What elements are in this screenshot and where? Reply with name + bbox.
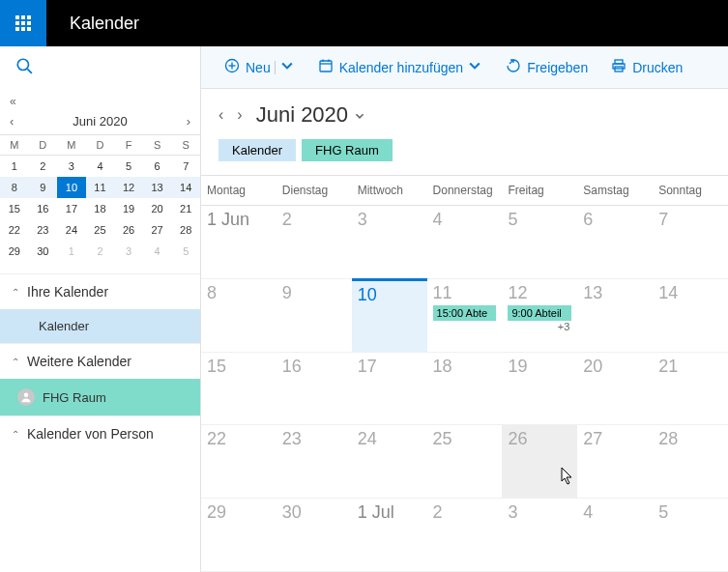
mini-day-cell[interactable]: 8	[0, 177, 29, 198]
day-cell[interactable]: 1 Jun	[201, 206, 277, 279]
day-number: 30	[282, 502, 346, 523]
day-cell[interactable]: 29	[201, 499, 277, 572]
next-period-button[interactable]: ›	[237, 106, 242, 124]
svg-line-1	[27, 69, 32, 73]
day-cell[interactable]: 20	[577, 353, 653, 426]
new-button[interactable]: Neu	[224, 58, 295, 76]
mini-day-cell[interactable]: 17	[57, 198, 86, 219]
day-cell[interactable]: 19	[502, 353, 577, 426]
day-cell[interactable]: 21	[653, 353, 728, 426]
calendar-group-header[interactable]: ⌃Ihre Kalender	[0, 273, 200, 309]
share-button[interactable]: Freigeben	[506, 58, 588, 76]
mini-day-cell[interactable]: 6	[143, 156, 172, 178]
mini-day-cell[interactable]: 18	[86, 198, 115, 219]
day-cell[interactable]: 4	[427, 206, 503, 279]
calendar-chip[interactable]: FHG Raum	[302, 139, 393, 161]
mini-day-cell[interactable]: 28	[171, 219, 200, 241]
day-cell[interactable]: 15	[201, 353, 277, 426]
event-item[interactable]: 15:00 Abte	[433, 305, 497, 321]
mini-day-header: F	[114, 135, 143, 156]
mini-day-cell[interactable]: 4	[143, 241, 172, 262]
mini-day-cell[interactable]: 14	[171, 177, 200, 198]
mini-day-cell[interactable]: 7	[171, 156, 200, 178]
mini-day-cell[interactable]: 22	[0, 219, 29, 241]
mini-day-cell[interactable]: 15	[0, 198, 29, 219]
prev-period-button[interactable]: ‹	[218, 106, 223, 124]
day-cell[interactable]: 23	[277, 425, 352, 499]
day-cell[interactable]: 5	[502, 206, 577, 279]
day-cell[interactable]: 5	[653, 499, 728, 572]
mini-day-cell[interactable]: 5	[171, 241, 200, 262]
mini-day-cell[interactable]: 16	[29, 198, 58, 219]
day-cell[interactable]: 9	[277, 279, 352, 353]
calendar-group-header[interactable]: ⌃Kalender von Person	[0, 415, 200, 451]
event-item[interactable]: 9:00 Abteil	[508, 305, 571, 321]
mini-day-cell[interactable]: 27	[143, 219, 172, 241]
mini-day-cell[interactable]: 2	[29, 156, 58, 178]
next-month-mini-button[interactable]: ›	[183, 114, 194, 129]
day-cell[interactable]: 14	[653, 279, 728, 353]
mini-day-cell[interactable]: 24	[57, 219, 86, 241]
more-events-link[interactable]: +3	[508, 321, 571, 332]
calendar-group-header[interactable]: ⌃Weitere Kalender	[0, 343, 200, 379]
mini-day-cell[interactable]: 12	[114, 177, 143, 198]
day-cell[interactable]: 1 Jul	[352, 499, 427, 572]
search-button[interactable]	[0, 46, 201, 89]
day-cell[interactable]: 30	[277, 499, 352, 572]
mini-calendar[interactable]: MDMDFSS 12345678910111213141516171819202…	[0, 134, 200, 262]
chevron-down-icon	[354, 102, 365, 128]
day-cell[interactable]: 2	[277, 206, 352, 279]
mini-day-cell[interactable]: 29	[0, 241, 29, 262]
mini-day-cell[interactable]: 1	[0, 156, 29, 178]
app-launcher-button[interactable]	[0, 0, 46, 46]
mini-day-cell[interactable]: 5	[114, 156, 143, 178]
mini-day-cell[interactable]: 10	[57, 177, 86, 198]
day-cell[interactable]: 13	[577, 279, 653, 353]
day-cell[interactable]: 27	[577, 425, 653, 499]
calendar-item[interactable]: Kalender	[0, 309, 200, 343]
day-cell[interactable]: 16	[277, 353, 352, 426]
day-cell[interactable]: 129:00 Abteil+3	[502, 279, 577, 353]
day-cell[interactable]: 7	[653, 206, 728, 279]
day-cell[interactable]: 18	[427, 353, 503, 426]
calendar-item-label: Kalender	[39, 319, 89, 333]
mini-day-cell[interactable]: 20	[143, 198, 172, 219]
mini-day-cell[interactable]: 26	[114, 219, 143, 241]
mini-day-cell[interactable]: 11	[86, 177, 115, 198]
day-cell[interactable]: 1115:00 Abte	[427, 279, 503, 353]
day-cell[interactable]: 24	[352, 425, 427, 499]
chevron-icon: ⌃	[12, 287, 19, 298]
mini-day-cell[interactable]: 3	[114, 241, 143, 262]
day-cell[interactable]: 22	[201, 425, 277, 499]
day-cell[interactable]: 17	[352, 353, 427, 426]
mini-day-cell[interactable]: 2	[86, 241, 115, 262]
day-cell[interactable]: 26	[502, 425, 577, 499]
mini-day-cell[interactable]: 3	[57, 156, 86, 178]
mini-day-header: D	[86, 135, 115, 156]
day-cell[interactable]: 10	[352, 278, 427, 353]
mini-day-cell[interactable]: 13	[143, 177, 172, 198]
day-cell[interactable]: 28	[653, 425, 728, 499]
day-cell[interactable]: 4	[577, 499, 653, 572]
collapse-sidebar-button[interactable]: «	[10, 95, 16, 108]
calendar-item[interactable]: FHG Raum	[0, 379, 200, 415]
day-cell[interactable]: 6	[577, 206, 653, 279]
day-cell[interactable]: 8	[201, 279, 277, 353]
mini-day-cell[interactable]: 9	[29, 177, 58, 198]
day-cell[interactable]: 3	[352, 206, 427, 279]
day-cell[interactable]: 25	[427, 425, 503, 499]
mini-day-cell[interactable]: 1	[57, 241, 86, 262]
period-title-button[interactable]: Juni 2020	[256, 102, 365, 128]
calendar-chip[interactable]: Kalender	[218, 139, 296, 161]
mini-day-cell[interactable]: 25	[86, 219, 115, 241]
mini-day-cell[interactable]: 4	[86, 156, 115, 178]
mini-day-cell[interactable]: 21	[171, 198, 200, 219]
mini-day-cell[interactable]: 19	[114, 198, 143, 219]
print-button[interactable]: Drucken	[611, 58, 683, 76]
day-cell[interactable]: 3	[502, 499, 577, 572]
day-cell[interactable]: 2	[427, 499, 503, 572]
add-calendar-button[interactable]: Kalender hinzufügen	[318, 58, 482, 76]
mini-day-cell[interactable]: 30	[29, 241, 58, 262]
prev-month-mini-button[interactable]: ‹	[6, 114, 17, 129]
mini-day-cell[interactable]: 23	[29, 219, 58, 241]
